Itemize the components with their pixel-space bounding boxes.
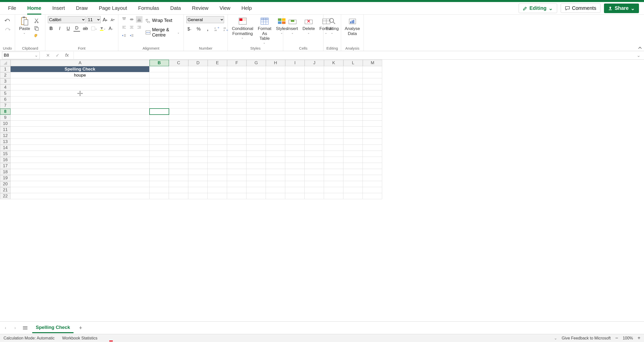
cell[interactable] (305, 139, 324, 145)
cell[interactable] (150, 157, 169, 163)
cell[interactable] (169, 84, 188, 90)
workbook-stats-button[interactable]: Workbook Statistics (62, 336, 97, 340)
cell[interactable] (11, 187, 150, 193)
cell[interactable] (266, 175, 285, 181)
cell[interactable] (169, 169, 188, 175)
cell[interactable] (363, 169, 382, 175)
cell[interactable] (227, 193, 246, 199)
cell[interactable] (285, 181, 305, 187)
cell[interactable] (208, 151, 227, 157)
cell[interactable] (324, 84, 343, 90)
cell[interactable] (324, 169, 343, 175)
cell[interactable] (363, 72, 382, 78)
row-header[interactable]: 3 (0, 78, 11, 84)
cut-button[interactable] (33, 17, 40, 24)
cell[interactable] (227, 127, 246, 133)
cell[interactable] (305, 109, 324, 115)
cell[interactable] (363, 96, 382, 102)
cell[interactable] (188, 84, 208, 90)
cell[interactable] (324, 157, 343, 163)
italic-button[interactable]: I (56, 25, 63, 32)
cell[interactable] (305, 90, 324, 96)
cell[interactable] (324, 151, 343, 157)
cell[interactable] (169, 102, 188, 109)
cell[interactable] (324, 187, 343, 193)
borders-button[interactable]: ⌄ (91, 25, 97, 32)
row-header[interactable]: 15 (0, 151, 11, 157)
cell[interactable] (188, 181, 208, 187)
cell[interactable] (324, 139, 343, 145)
conditional-formatting-button[interactable]: Conditional Formatting⌄ (230, 16, 255, 40)
cell[interactable] (363, 133, 382, 139)
cell[interactable] (246, 157, 266, 163)
cell[interactable] (305, 151, 324, 157)
cell[interactable] (266, 145, 285, 151)
cell[interactable] (305, 187, 324, 193)
cell[interactable] (208, 157, 227, 163)
cell[interactable] (343, 133, 363, 139)
cell[interactable] (285, 127, 305, 133)
column-header[interactable]: A (11, 60, 150, 66)
insert-cells-button[interactable]: Insert⌄ (286, 16, 300, 35)
cell[interactable] (246, 145, 266, 151)
cell[interactable] (208, 121, 227, 127)
cell[interactable] (227, 181, 246, 187)
cell[interactable] (150, 187, 169, 193)
cell[interactable] (227, 163, 246, 169)
cell[interactable] (285, 78, 305, 84)
feedback-button[interactable]: Give Feedback to Microsoft (562, 336, 611, 340)
increase-indent-button[interactable] (128, 32, 135, 39)
double-underline-button[interactable]: D (74, 25, 80, 32)
format-as-table-button[interactable]: Format As Table⌄ (256, 16, 273, 45)
cell[interactable] (227, 175, 246, 181)
cell[interactable] (305, 157, 324, 163)
cell[interactable] (343, 121, 363, 127)
comma-button[interactable]: , (204, 26, 211, 32)
tab-insert[interactable]: Insert (47, 2, 70, 15)
cell[interactable] (266, 157, 285, 163)
align-center-button[interactable] (128, 24, 135, 31)
cell[interactable] (266, 151, 285, 157)
cell[interactable] (266, 66, 285, 72)
cell[interactable] (227, 109, 246, 115)
cell[interactable] (246, 193, 266, 199)
cell[interactable] (150, 66, 169, 72)
cell[interactable] (305, 84, 324, 90)
cell[interactable] (169, 90, 188, 96)
cell[interactable] (363, 145, 382, 151)
cell[interactable] (208, 127, 227, 133)
cell[interactable] (343, 163, 363, 169)
cell[interactable] (169, 145, 188, 151)
fill-color-button[interactable]: ⌄ (99, 25, 106, 32)
cell[interactable] (227, 90, 246, 96)
cell[interactable] (11, 90, 150, 96)
cell[interactable] (363, 187, 382, 193)
cell[interactable] (208, 102, 227, 109)
cell[interactable] (208, 84, 227, 90)
merge-center-button[interactable]: Merge & Centre ⌄ (144, 26, 181, 39)
cell[interactable] (169, 175, 188, 181)
cell[interactable] (150, 151, 169, 157)
cell[interactable] (227, 169, 246, 175)
cell[interactable] (227, 115, 246, 121)
formula-bar[interactable] (74, 52, 635, 59)
cell[interactable] (11, 181, 150, 187)
cell[interactable] (266, 121, 285, 127)
cell[interactable] (227, 72, 246, 78)
cell[interactable] (150, 169, 169, 175)
zoom-in-button[interactable]: + (637, 335, 640, 341)
underline-button[interactable]: U (65, 25, 71, 32)
cell[interactable] (363, 90, 382, 96)
cell[interactable] (246, 121, 266, 127)
cell[interactable] (246, 151, 266, 157)
cell[interactable] (11, 175, 150, 181)
sheet-tab-active[interactable]: Spelling Check (32, 323, 74, 333)
cell[interactable] (169, 139, 188, 145)
cell[interactable] (169, 121, 188, 127)
column-header[interactable]: H (266, 60, 285, 66)
cell[interactable] (305, 127, 324, 133)
row-header[interactable]: 20 (0, 181, 11, 187)
cell[interactable] (169, 157, 188, 163)
cell[interactable] (150, 115, 169, 121)
column-header[interactable]: G (246, 60, 266, 66)
